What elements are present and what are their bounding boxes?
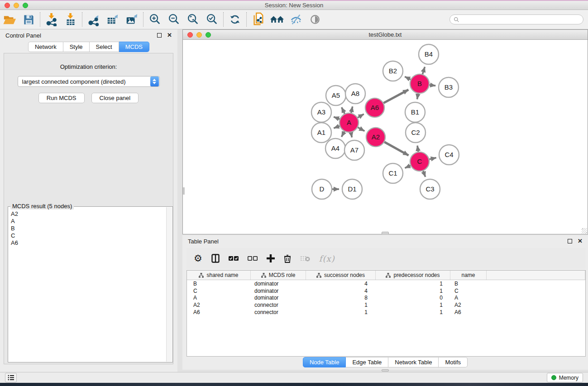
result-item-a6[interactable]: A6 (9, 239, 166, 247)
result-item-a[interactable]: A (9, 218, 166, 225)
result-item-a2[interactable]: A2 (9, 210, 166, 218)
close-panel-icon[interactable]: ✕ (167, 33, 172, 38)
graph-edge-A-A5[interactable] (342, 107, 345, 114)
graph-node-A[interactable]: A (339, 113, 359, 132)
criterion-select[interactable]: largest connected component (directed) (18, 76, 160, 87)
graph-node-A4[interactable]: A4 (325, 138, 345, 158)
graph-edge-B-B4[interactable] (422, 67, 425, 74)
delete-column-button[interactable] (284, 254, 291, 263)
graph-edge-C-C4[interactable] (429, 158, 436, 160)
column-header-shared-name[interactable]: shared name (187, 271, 251, 280)
table-options-button[interactable]: ⚙ (194, 253, 202, 264)
graph-node-A8[interactable]: A8 (345, 84, 365, 104)
graph-node-B3[interactable]: B3 (439, 77, 459, 97)
search-field[interactable] (459, 16, 579, 23)
graph-node-A1[interactable]: A1 (311, 123, 331, 143)
task-history-button[interactable] (5, 373, 17, 382)
tab-network[interactable]: Network (28, 42, 63, 52)
table-row-a2[interactable]: A2connector11A2 (187, 301, 585, 309)
column-header-predecessor-nodes[interactable]: predecessor nodes (376, 271, 450, 280)
graph-node-C3[interactable]: C3 (420, 179, 440, 199)
tab-select[interactable]: Select (90, 42, 119, 52)
show-panels-button[interactable] (306, 11, 325, 28)
tab-network-table[interactable]: Network Table (388, 357, 439, 367)
refresh-button[interactable] (225, 11, 244, 28)
search-input[interactable] (449, 14, 583, 24)
graph-edge-A-A7[interactable] (351, 133, 352, 138)
column-header-MCDS-role[interactable]: MCDS role (251, 271, 306, 280)
graph-node-A3[interactable]: A3 (311, 102, 331, 122)
export-table-button[interactable] (103, 11, 122, 28)
tab-motifs[interactable]: Motifs (439, 357, 468, 367)
graph-node-B1[interactable]: B1 (405, 102, 425, 122)
zoom-in-button[interactable] (145, 11, 164, 28)
graph-edge-B-B1[interactable] (417, 94, 418, 100)
graph-edge-B-B3[interactable] (430, 85, 435, 86)
window-resize-grip[interactable] (582, 228, 587, 234)
graph-node-A7[interactable]: A7 (344, 140, 364, 160)
column-header-name[interactable]: name (450, 271, 487, 280)
tab-node-table[interactable]: Node Table (303, 357, 346, 367)
float-panel-icon[interactable] (157, 33, 162, 38)
close-panel-button[interactable]: Close panel (91, 93, 139, 103)
window-titlebar[interactable]: Session: New Session (0, 1, 588, 10)
graph-node-B2[interactable]: B2 (383, 61, 403, 81)
table-row-b[interactable]: Bdominator41B (187, 280, 585, 287)
graph-node-C4[interactable]: C4 (439, 145, 459, 165)
run-mcds-button[interactable]: Run MCDS (38, 93, 85, 103)
deselect-all-button[interactable] (248, 256, 258, 261)
table-close-panel-icon[interactable]: ✕ (578, 239, 583, 243)
split-pane-handle-bottom[interactable] (382, 369, 389, 372)
delete-table-button[interactable] (300, 255, 310, 262)
table-float-panel-icon[interactable] (568, 239, 572, 243)
table-row-a6[interactable]: A6connector11A6 (187, 309, 585, 316)
save-session-button[interactable] (19, 11, 38, 28)
select-all-button[interactable] (229, 256, 239, 261)
graph-edge-A-A2[interactable] (358, 127, 364, 131)
graph-edge-A2-C[interactable] (384, 142, 408, 156)
function-builder-button[interactable]: f(x) (319, 254, 335, 263)
graph-edge-A-A3[interactable] (334, 117, 339, 119)
graph-edge-A-A4[interactable] (342, 131, 344, 137)
graph-edge-A-A1[interactable] (334, 126, 339, 128)
tab-mcds[interactable]: MCDS (119, 42, 149, 52)
graph-node-B[interactable]: B (410, 74, 429, 93)
add-column-button[interactable] (267, 254, 275, 262)
graph-node-D1[interactable]: D1 (342, 179, 362, 199)
tab-edge-table[interactable]: Edge Table (346, 357, 388, 367)
table-row-a[interactable]: Adominator80A (187, 295, 585, 302)
open-session-button[interactable] (0, 11, 19, 28)
split-pane-handle[interactable] (382, 232, 389, 234)
zoom-out-button[interactable] (164, 11, 183, 28)
import-network-button[interactable] (42, 11, 61, 28)
graph-node-D[interactable]: D (312, 179, 332, 199)
home-button[interactable] (268, 11, 287, 28)
graph-node-A5[interactable]: A5 (326, 86, 346, 105)
graph-edge-A-A6[interactable] (358, 114, 364, 118)
graph-edge-A6-B[interactable] (383, 90, 408, 103)
clone-network-button[interactable] (249, 11, 268, 28)
network-canvas[interactable]: B4B2BB3A5A8A6A3B1AC2A1A2A4A7C4CC1DD1C3 (183, 40, 588, 234)
graph-edge-C-C1[interactable] (405, 166, 411, 168)
zoom-fit-button[interactable] (183, 11, 202, 28)
column-header-successor-nodes[interactable]: successor nodes (306, 271, 376, 280)
graph-node-C[interactable]: C (410, 152, 429, 171)
import-table-button[interactable] (61, 11, 80, 28)
show-column-button[interactable] (211, 254, 220, 263)
result-scrollbar[interactable] (166, 207, 172, 362)
result-item-c[interactable]: C (9, 232, 166, 239)
graph-node-C1[interactable]: C1 (383, 163, 403, 183)
zoom-selected-button[interactable] (202, 11, 221, 28)
graph-node-A6[interactable]: A6 (365, 98, 384, 117)
export-network-button[interactable] (84, 11, 103, 28)
graph-node-A2[interactable]: A2 (366, 128, 385, 147)
graph-edge-C-C2[interactable] (417, 146, 418, 152)
graph-edge-C-C3[interactable] (423, 171, 425, 177)
network-window-titlebar[interactable]: testGlobe.txt (183, 30, 588, 40)
result-item-b[interactable]: B (9, 225, 166, 232)
graph-node-B4[interactable]: B4 (419, 44, 439, 64)
tab-style[interactable]: Style (63, 42, 90, 52)
memory-button[interactable]: Memory (547, 373, 583, 382)
export-image-button[interactable] (122, 11, 141, 28)
graph-node-C2[interactable]: C2 (406, 123, 425, 143)
